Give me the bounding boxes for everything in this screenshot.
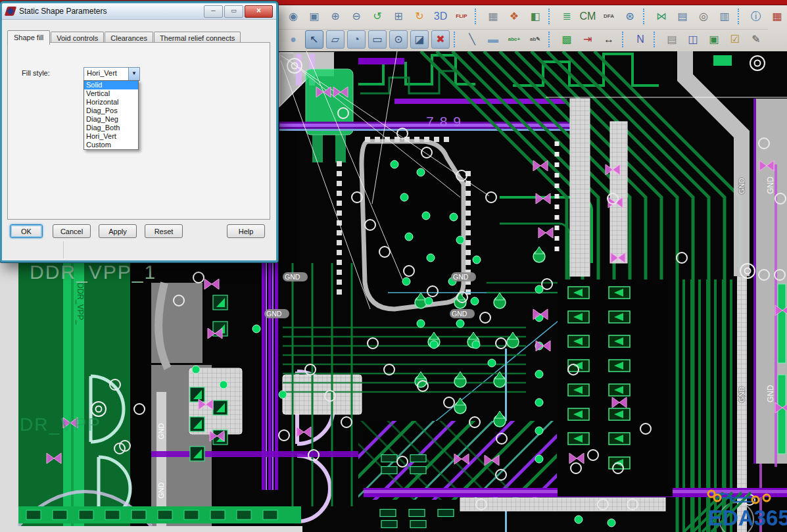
fill-style-value: Hori_Vert xyxy=(84,68,128,80)
edit-text-icon[interactable]: ab✎ xyxy=(526,30,544,49)
circle-tool-icon[interactable]: ● xyxy=(284,30,302,49)
polygon-tool-icon[interactable]: ▱ xyxy=(326,30,345,49)
grid-toggle-icon[interactable]: ▦ xyxy=(484,7,502,26)
dfa-spreadsheet-icon[interactable]: DFA xyxy=(600,7,618,26)
dimension-icon[interactable]: ⇥ xyxy=(579,30,597,49)
zoom-fit-icon[interactable]: ⊞ xyxy=(389,7,408,26)
dropdown-option-hori-vert[interactable]: Hori_Vert xyxy=(84,132,138,141)
dropdown-option-diag-neg[interactable]: Diag_Neg xyxy=(84,115,138,124)
cm-spreadsheet-icon[interactable]: CM xyxy=(579,7,597,26)
gnd-label: GND xyxy=(452,310,467,318)
delete-void-icon[interactable]: ✖ xyxy=(431,30,450,49)
dropdown-option-vertical[interactable]: Vertical xyxy=(84,89,138,98)
net-label-ddr-vpp-1: DDR_VPP_1 xyxy=(30,261,156,283)
line-tool-icon[interactable]: ╲ xyxy=(463,30,481,49)
toolbar-separator xyxy=(622,32,629,47)
net-schedule-icon[interactable]: N xyxy=(631,30,650,49)
color-dialog-icon[interactable]: ❖ xyxy=(505,7,523,26)
eda365-watermark: EDA365 xyxy=(708,506,787,530)
toolbar-separator xyxy=(548,9,555,24)
toolbar-separator xyxy=(738,9,744,24)
user-guide-icon[interactable]: ◫ xyxy=(684,30,702,49)
dialog-app-icon xyxy=(6,7,15,16)
ok-button[interactable]: OK xyxy=(10,224,43,238)
silkscreen-789: 789 xyxy=(426,114,467,129)
fill-style-label: Fill style: xyxy=(22,69,50,77)
report-note-icon[interactable]: ▤ xyxy=(663,30,681,49)
gnd-label: GND xyxy=(266,310,282,318)
dropdown-option-custom[interactable]: Custom xyxy=(84,141,138,149)
select-tool-icon[interactable]: ↖ xyxy=(305,30,323,49)
gnd-label-rotated: GND xyxy=(738,387,746,403)
dialog-title: Static Shape Parameters xyxy=(19,7,107,16)
minimize-button[interactable]: ─ xyxy=(204,5,223,18)
dropdown-option-diag-both[interactable]: Diag_Both xyxy=(84,124,138,132)
toolbar-separator xyxy=(475,9,481,24)
cancel-button[interactable]: Cancel xyxy=(53,224,91,238)
net-label-ddr-vpp-vertical: DDR_VPP_ xyxy=(76,283,85,325)
element-info-icon[interactable]: ▦ xyxy=(768,7,786,26)
constraint-web-icon[interactable]: ⊛ xyxy=(621,7,639,26)
filled-rect-icon[interactable]: ▬ xyxy=(484,30,502,49)
zoom-box-icon[interactable]: ▣ xyxy=(305,7,323,26)
board-guide-icon[interactable]: ▣ xyxy=(705,30,723,49)
color-priority-icon[interactable]: ◧ xyxy=(526,7,544,26)
gnd-label-rotated: GND xyxy=(157,483,165,499)
reports-icon[interactable]: ▥ xyxy=(715,7,734,26)
apply-button[interactable]: Apply xyxy=(99,224,137,238)
toolbar-separator xyxy=(548,32,555,47)
dialog-button-row: OK Cancel Apply Reset Help xyxy=(2,224,276,239)
cross-section-icon[interactable]: ▤ xyxy=(673,7,692,26)
dropdown-option-horizontal[interactable]: Horizontal xyxy=(84,98,138,107)
zoom-points-icon[interactable]: ◉ xyxy=(284,7,302,26)
add-text-icon[interactable]: abc+ xyxy=(505,30,523,49)
fill-style-dropdown-list: SolidVerticalHorizontalDiag_PosDiag_NegD… xyxy=(83,80,139,150)
chevron-down-icon[interactable]: ▼ xyxy=(128,68,139,80)
fill-style-combobox[interactable]: Hori_Vert ▼ xyxy=(83,67,140,81)
shaded-shape-icon[interactable]: ◪ xyxy=(410,30,429,49)
flip-design-icon[interactable]: FLIP xyxy=(452,7,471,26)
view-3d-icon[interactable]: 3D xyxy=(431,7,450,26)
dropdown-option-diag-pos[interactable]: Diag_Pos xyxy=(84,107,138,115)
markup-pen-icon[interactable]: ✎ xyxy=(747,30,765,49)
zoom-previous-icon[interactable]: ↺ xyxy=(368,7,387,26)
dropdown-option-solid[interactable]: Solid xyxy=(84,81,138,89)
rect-tool-icon[interactable]: ▭ xyxy=(368,30,387,49)
application-window: ◉▣⊕⊖↺⊞↻3DFLIP▦❖◧≣CMDFA⊛⋈▤◎▥ⓘ▦123◗ ●↖▱◔▭⊙… xyxy=(0,0,787,532)
linear-dimension-icon[interactable]: ↔ xyxy=(600,30,618,49)
tab-shape-fill[interactable]: Shape fill xyxy=(7,30,50,45)
zoom-out-icon[interactable]: ⊖ xyxy=(347,7,366,26)
restore-button[interactable]: ▭ xyxy=(224,5,243,18)
help-button[interactable]: Help xyxy=(227,224,265,238)
circle-void-icon[interactable]: ⊙ xyxy=(389,30,408,49)
shape-merge-icon[interactable]: ⋈ xyxy=(652,7,671,26)
gnd-label-rotated: GND xyxy=(738,178,746,195)
redraw-icon[interactable]: ↻ xyxy=(410,7,429,26)
net-label-dr-vpp: DR_VPP xyxy=(20,414,101,435)
toolbar-separator xyxy=(454,32,460,47)
gnd-label-rotated: GND xyxy=(766,176,775,194)
reset-button[interactable]: Reset xyxy=(145,224,183,238)
toolbar-separator xyxy=(643,9,650,24)
layer-stack-icon[interactable]: ≣ xyxy=(558,7,576,26)
arc-tool-icon[interactable]: ◔ xyxy=(347,30,366,49)
snapshot-icon[interactable]: ◎ xyxy=(694,7,713,26)
close-button[interactable]: × xyxy=(245,5,273,18)
static-shape-parameters-dialog: Static Shape Parameters ─ ▭ × Shape fill… xyxy=(0,1,278,262)
gnd-label-rotated: GND xyxy=(157,423,165,440)
pad-editor-icon[interactable]: ▩ xyxy=(558,30,576,49)
zoom-in-icon[interactable]: ⊕ xyxy=(326,7,345,26)
todo-list-icon[interactable]: ☑ xyxy=(726,30,744,49)
toolbar-separator xyxy=(654,32,660,47)
info-icon[interactable]: ⓘ xyxy=(747,7,765,26)
gnd-label-rotated: GND xyxy=(766,385,775,402)
gnd-label: GND xyxy=(285,273,300,281)
gnd-label: GND xyxy=(453,273,469,281)
dialog-footer-divider xyxy=(63,241,64,258)
